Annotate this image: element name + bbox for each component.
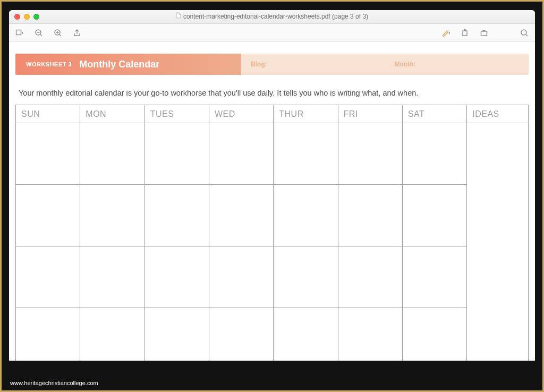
- col-header: TUES: [144, 105, 209, 123]
- calendar-cell: [144, 185, 209, 246]
- calendar-row: [16, 246, 529, 308]
- zoom-in-button[interactable]: [54, 29, 62, 37]
- calendar-cell: [80, 123, 144, 185]
- outer-gold-frame: content-marketing-editorial-calendar-wor…: [0, 0, 544, 392]
- calendar-cell: [274, 185, 338, 246]
- calendar-row: [16, 185, 529, 246]
- highlight-button[interactable]: [441, 29, 450, 37]
- col-header: FRI: [338, 105, 402, 123]
- calendar-cell: [80, 185, 144, 246]
- calendar-grid: SUN MON TUES WED THUR FRI SAT IDEAS: [15, 105, 529, 361]
- toolbar-right-group: [441, 29, 529, 37]
- window-title-text: content-marketing-editorial-calendar-wor…: [183, 13, 368, 20]
- source-watermark: www.heritagechristiancollege.com: [10, 380, 98, 386]
- minimize-window-button[interactable]: [24, 14, 30, 20]
- calendar-cell: [338, 246, 402, 308]
- calendar-cell: [209, 246, 273, 308]
- ideas-cell: [467, 123, 529, 361]
- markup-button[interactable]: [480, 29, 488, 37]
- calendar-cell: [338, 308, 402, 361]
- col-header: MON: [80, 105, 144, 123]
- calendar-cell: [338, 123, 402, 185]
- dark-background-frame: content-marketing-editorial-calendar-wor…: [2, 2, 542, 390]
- rotate-button[interactable]: [461, 29, 469, 37]
- banner-month-label: Month:: [385, 61, 426, 68]
- toolbar-left-group: [15, 29, 81, 37]
- calendar-cell: [402, 123, 466, 185]
- calendar-cell: [274, 308, 338, 361]
- col-header: THUR: [274, 105, 338, 123]
- banner-fields: Blog: Month:: [241, 54, 529, 75]
- pdf-viewer-window: content-marketing-editorial-calendar-wor…: [9, 10, 535, 361]
- calendar-cell: [402, 308, 466, 361]
- pdf-page: WORKSHEET 3 Monthly Calendar Blog: Month…: [9, 42, 535, 361]
- calendar-row: [16, 123, 529, 185]
- col-header: IDEAS: [467, 105, 529, 123]
- calendar-cell: [209, 123, 273, 185]
- col-header: SAT: [402, 105, 466, 123]
- calendar-row: [16, 308, 529, 361]
- window-titlebar: content-marketing-editorial-calendar-wor…: [9, 10, 535, 24]
- calendar-cell: [338, 185, 402, 246]
- calendar-cell: [80, 308, 144, 361]
- share-button[interactable]: [73, 29, 81, 37]
- zoom-out-button[interactable]: [35, 29, 43, 37]
- banner-blog-label: Blog:: [241, 61, 385, 68]
- search-button[interactable]: [520, 29, 529, 37]
- calendar-cell: [402, 185, 466, 246]
- zoom-window-button[interactable]: [33, 14, 39, 20]
- calendar-cell: [209, 308, 273, 361]
- calendar-cell: [16, 123, 80, 185]
- col-header: WED: [209, 105, 273, 123]
- svg-point-5: [521, 30, 526, 35]
- window-title: content-marketing-editorial-calendar-wor…: [9, 13, 535, 21]
- calendar-cell: [16, 185, 80, 246]
- calendar-cell: [144, 308, 209, 361]
- view-mode-button[interactable]: [15, 29, 24, 37]
- calendar-cell: [16, 246, 80, 308]
- document-icon: [176, 12, 181, 20]
- svg-rect-0: [16, 30, 21, 35]
- calendar-cell: [16, 308, 80, 361]
- col-header: SUN: [16, 105, 80, 123]
- calendar-header-row: SUN MON TUES WED THUR FRI SAT IDEAS: [16, 105, 529, 123]
- svg-rect-4: [481, 31, 487, 36]
- toolbar: [9, 24, 535, 42]
- banner-title-block: WORKSHEET 3 Monthly Calendar: [15, 54, 241, 75]
- calendar-cell: [80, 246, 144, 308]
- worksheet-title: Monthly Calendar: [79, 59, 159, 70]
- calendar-cell: [144, 246, 209, 308]
- svg-rect-3: [463, 31, 467, 36]
- calendar-cell: [209, 185, 273, 246]
- calendar-cell: [402, 246, 466, 308]
- close-window-button[interactable]: [14, 14, 20, 20]
- calendar-cell: [144, 123, 209, 185]
- calendar-cell: [274, 123, 338, 185]
- intro-paragraph: Your monthly editorial calendar is your …: [19, 89, 525, 97]
- calendar-cell: [274, 246, 338, 308]
- worksheet-banner: WORKSHEET 3 Monthly Calendar Blog: Month…: [15, 54, 529, 75]
- worksheet-number: WORKSHEET 3: [26, 61, 72, 67]
- window-controls: [14, 14, 39, 20]
